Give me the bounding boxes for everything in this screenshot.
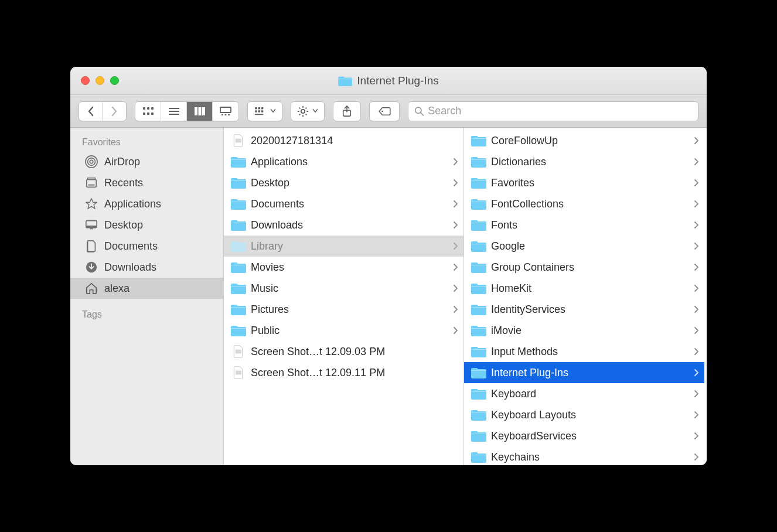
applications-icon	[84, 197, 98, 210]
tags-button[interactable]	[369, 101, 400, 121]
column-1[interactable]: 20200127181314 Applications Desktop Docu…	[224, 128, 464, 465]
icon-view-button[interactable]	[135, 102, 161, 121]
group-by-button[interactable]	[247, 101, 282, 121]
chevron-right-icon	[453, 240, 458, 253]
sidebar[interactable]: Favorites AirDrop Recents Applications D…	[70, 128, 224, 465]
forward-button[interactable]	[103, 102, 126, 121]
search-box[interactable]	[408, 101, 698, 121]
share-button[interactable]	[333, 101, 361, 121]
item-name: Music	[251, 282, 448, 295]
folder-row[interactable]: Downloads	[224, 214, 464, 236]
file-row[interactable]: 20200127181314	[224, 130, 464, 151]
sidebar-item-alexa[interactable]: alexa	[70, 278, 223, 299]
chevron-right-icon	[453, 261, 458, 274]
sidebar-item-downloads[interactable]: Downloads	[70, 257, 223, 278]
chevron-left-icon	[85, 106, 97, 117]
folder-row[interactable]: CoreFollowUp	[464, 130, 704, 151]
sidebar-item-label: Desktop	[104, 219, 143, 231]
item-name: Group Containers	[491, 261, 689, 274]
folder-row[interactable]: Dictionaries	[464, 151, 704, 172]
chevron-right-icon	[694, 198, 698, 210]
file-row[interactable]: Screen Shot…t 12.09.11 PM	[224, 362, 464, 383]
svg-line-29	[306, 114, 307, 115]
folder-row[interactable]: Applications	[224, 151, 464, 172]
item-name: Downloads	[251, 219, 448, 231]
chevron-right-icon	[694, 303, 698, 316]
file-icon	[231, 366, 246, 379]
search-icon	[414, 106, 424, 117]
folder-row[interactable]: Desktop	[224, 172, 464, 193]
item-name: Input Methods	[491, 346, 689, 358]
svg-rect-1	[147, 107, 149, 110]
folder-row[interactable]: Keyboard	[464, 383, 704, 404]
sidebar-item-desktop[interactable]: Desktop	[70, 214, 223, 236]
svg-rect-16	[255, 107, 257, 109]
folder-icon	[471, 282, 486, 295]
chevron-right-icon	[453, 219, 458, 231]
svg-rect-7	[169, 111, 179, 112]
folder-row[interactable]: Google	[464, 236, 704, 257]
recents-icon	[84, 176, 98, 189]
folder-icon	[471, 219, 486, 231]
finder-window: Internet Plug-Ins	[70, 67, 707, 465]
minimize-button[interactable]	[96, 76, 104, 85]
item-name: HomeKit	[491, 282, 689, 295]
folder-row[interactable]: Keychains	[464, 446, 704, 465]
sidebar-item-applications[interactable]: Applications	[70, 193, 223, 214]
folder-row[interactable]: Movies	[224, 257, 464, 278]
action-button[interactable]	[291, 101, 325, 121]
folder-row[interactable]: Public	[224, 320, 464, 341]
folder-row[interactable]: Input Methods	[464, 341, 704, 362]
file-row[interactable]: Screen Shot…t 12.09.03 PM	[224, 341, 464, 362]
sidebar-item-airdrop[interactable]: AirDrop	[70, 151, 223, 172]
folder-row[interactable]: Library	[224, 236, 464, 257]
traffic-lights	[81, 76, 119, 85]
folder-row[interactable]: Fonts	[464, 214, 704, 236]
folder-icon	[231, 155, 246, 168]
sidebar-item-recents[interactable]: Recents	[70, 172, 223, 193]
list-icon	[168, 106, 180, 117]
sidebar-item-label: Downloads	[104, 261, 156, 274]
sidebar-item-label: AirDrop	[104, 156, 140, 168]
chevron-right-icon	[694, 261, 698, 274]
chevron-down-icon	[270, 109, 276, 113]
folder-row[interactable]: iMovie	[464, 320, 704, 341]
folder-row[interactable]: Favorites	[464, 172, 704, 193]
folder-icon	[471, 176, 486, 189]
close-button[interactable]	[81, 76, 90, 85]
column-view-button[interactable]	[187, 102, 213, 121]
folder-row[interactable]: IdentityServices	[464, 299, 704, 320]
item-name: Pictures	[251, 303, 448, 316]
folder-row[interactable]: KeyboardServices	[464, 425, 704, 446]
gallery-view-button[interactable]	[213, 102, 238, 121]
sidebar-item-documents[interactable]: Documents	[70, 236, 223, 257]
column-2[interactable]: CoreFollowUp Dictionaries Favorites Font…	[464, 128, 704, 465]
folder-row[interactable]: FontCollections	[464, 193, 704, 214]
folder-icon	[471, 408, 486, 421]
folder-icon	[231, 282, 246, 295]
chevron-right-icon	[694, 240, 698, 253]
svg-line-30	[299, 114, 301, 115]
folder-row[interactable]: HomeKit	[464, 278, 704, 299]
chevron-right-icon	[694, 135, 698, 147]
chevron-right-icon	[694, 430, 698, 442]
search-input[interactable]	[428, 105, 692, 117]
folder-row[interactable]: Documents	[224, 193, 464, 214]
chevron-down-icon	[312, 109, 318, 113]
folder-row[interactable]: Internet Plug-Ins	[464, 362, 704, 383]
folder-row[interactable]: Music	[224, 278, 464, 299]
svg-rect-9	[195, 107, 197, 115]
folder-icon	[471, 451, 486, 463]
file-icon	[231, 134, 246, 147]
svg-rect-6	[169, 108, 179, 109]
folder-icon	[471, 303, 486, 316]
titlebar[interactable]: Internet Plug-Ins	[70, 67, 707, 95]
folder-row[interactable]: Pictures	[224, 299, 464, 320]
list-view-button[interactable]	[161, 102, 187, 121]
maximize-button[interactable]	[110, 76, 119, 85]
svg-rect-22	[255, 114, 263, 115]
folder-row[interactable]: Group Containers	[464, 257, 704, 278]
folder-row[interactable]: Keyboard Layouts	[464, 404, 704, 425]
item-name: FontCollections	[491, 198, 689, 210]
back-button[interactable]	[79, 102, 103, 121]
